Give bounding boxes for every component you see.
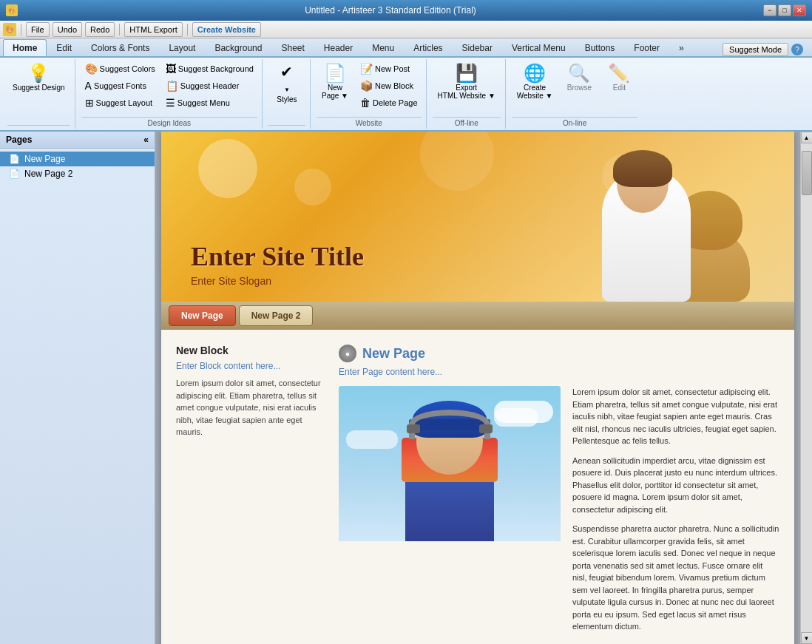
new-page-icon: 📄 xyxy=(324,64,346,82)
canvas: Enter Site Title Enter Site Slogan New P… xyxy=(161,132,794,644)
page-enter[interactable]: Enter Page content here... xyxy=(339,367,779,377)
delete-icon: 🗑 xyxy=(360,97,371,109)
pages-title: Pages xyxy=(6,135,32,145)
page-label-1: New Page xyxy=(24,154,65,164)
header-icon: 📋 xyxy=(166,80,178,92)
ribbon-group-website: 📄 NewPage ▼ 📝 New Post 📦 New Block 🗑 Del… xyxy=(312,59,427,129)
titlebar: 🎨 Untitled - Artisteer 3 Standard Editio… xyxy=(0,0,812,21)
tab-layout[interactable]: Layout xyxy=(159,39,205,56)
redo-button[interactable]: Redo xyxy=(85,22,115,37)
tab-more[interactable]: » xyxy=(669,39,694,56)
nav-new-page-2[interactable]: New Page 2 xyxy=(239,305,314,326)
new-post-button[interactable]: 📝 New Post xyxy=(356,61,422,77)
tab-buttons[interactable]: Buttons xyxy=(575,39,625,56)
app-logo: 🎨 xyxy=(3,23,16,36)
nav-new-page[interactable]: New Page xyxy=(169,305,236,326)
create-website-icon: 🌐 xyxy=(524,64,546,82)
tab-home[interactable]: Home xyxy=(3,39,47,56)
scroll-down-arrow[interactable]: ▼ xyxy=(801,632,813,644)
create-website-label: CreateWebsite ▼ xyxy=(517,84,553,100)
undo-button[interactable]: Undo xyxy=(53,22,82,37)
suggest-layout-button[interactable]: ⊞ Suggest Layout xyxy=(81,95,159,111)
suggest-menu-label: Suggest Menu xyxy=(177,98,230,107)
page-heading-icon: ● xyxy=(339,345,356,362)
page-heading-title[interactable]: New Page xyxy=(362,346,425,362)
browse-icon: 🔍 xyxy=(568,64,590,82)
design-ideas-label: Design Ideas xyxy=(81,117,257,127)
background-icon: 🖼 xyxy=(166,63,176,75)
tab-vertical-menu[interactable]: Vertical Menu xyxy=(502,39,575,56)
page-image xyxy=(339,386,561,541)
browse-label: Browse xyxy=(567,84,592,92)
browse-button[interactable]: 🔍 Browse xyxy=(561,61,598,95)
suggest-design-button[interactable]: 💡 Suggest Design xyxy=(7,61,70,95)
suggest-header-button[interactable]: 📋 Suggest Header xyxy=(162,78,257,94)
suggest-colors-button[interactable]: 🎨 Suggest Colors xyxy=(81,61,159,77)
collapse-icon[interactable]: « xyxy=(143,135,149,145)
tab-colors-fonts[interactable]: Colors & Fonts xyxy=(81,39,159,56)
styles-label: Styles xyxy=(277,95,297,104)
block-title[interactable]: New Block xyxy=(176,345,324,356)
scroll-up-arrow[interactable]: ▲ xyxy=(801,132,813,143)
file-button[interactable]: File xyxy=(26,22,50,37)
tab-sidebar[interactable]: Sidebar xyxy=(453,39,502,56)
create-website-button[interactable]: 🌐 CreateWebsite ▼ xyxy=(512,61,558,104)
tab-header[interactable]: Header xyxy=(314,39,362,56)
suggest-menu-button[interactable]: ☰ Suggest Menu xyxy=(162,95,257,111)
navbar: New Page New Page 2 xyxy=(161,302,794,330)
vertical-scrollbar[interactable]: ▲ ▼ xyxy=(800,132,812,644)
tab-footer[interactable]: Footer xyxy=(624,39,669,56)
close-button[interactable]: ✕ xyxy=(793,4,806,16)
page-icon-2: 📄 xyxy=(9,169,20,179)
site-title[interactable]: Enter Site Title xyxy=(191,241,364,272)
tab-edit[interactable]: Edit xyxy=(47,39,81,56)
colors-icon: 🎨 xyxy=(85,63,98,75)
canvas-area[interactable]: Enter Site Title Enter Site Slogan New P… xyxy=(155,132,812,644)
block-lorem: Lorem ipsum dolor sit amet, consectetur … xyxy=(176,377,324,438)
page-heading: ● New Page xyxy=(339,345,779,362)
new-block-label: New Block xyxy=(375,81,413,90)
layout-icon: ⊞ xyxy=(85,97,94,109)
page-item-new-page[interactable]: 📄 New Page xyxy=(0,152,155,166)
new-page-button[interactable]: 📄 NewPage ▼ xyxy=(317,61,353,104)
app-icon: 🎨 xyxy=(6,4,18,16)
tab-background[interactable]: Background xyxy=(205,39,271,56)
delete-page-button[interactable]: 🗑 Delete Page xyxy=(356,95,422,111)
suggest-mode-button[interactable]: Suggest Mode xyxy=(723,43,788,56)
new-page-label: NewPage ▼ xyxy=(322,84,348,100)
left-content-block: New Block Enter Block content here... Lo… xyxy=(176,345,324,640)
app-icons: 🎨 xyxy=(6,4,18,16)
maximize-button[interactable]: □ xyxy=(778,4,791,16)
minimize-button[interactable]: − xyxy=(763,4,777,16)
suggest-fonts-label: Suggest Fonts xyxy=(94,81,146,90)
ribbon-tabs: Home Edit Colors & Fonts Layout Backgrou… xyxy=(0,38,812,58)
suggest-background-label: Suggest Background xyxy=(178,64,254,73)
tab-menu[interactable]: Menu xyxy=(362,39,404,56)
create-website-quickbar-button[interactable]: Create Website xyxy=(192,22,261,37)
block-enter[interactable]: Enter Block content here... xyxy=(176,361,324,371)
styles-button[interactable]: ✔▼ Styles xyxy=(268,61,305,107)
tab-articles[interactable]: Articles xyxy=(404,39,452,56)
edit-button[interactable]: ✏️ Edit xyxy=(600,61,637,95)
suggest-colors-label: Suggest Colors xyxy=(100,64,155,73)
suggest-fonts-button[interactable]: A Suggest Fonts xyxy=(81,78,159,94)
help-icon[interactable]: ? xyxy=(791,44,803,55)
ribbon-group-design-ideas: 🎨 Suggest Colors A Suggest Fonts ⊞ Sugge… xyxy=(77,59,263,129)
lorem-para-2: Aenean sollicitudin imperdiet arcu, vita… xyxy=(572,455,779,516)
lightbulb-icon: 💡 xyxy=(27,64,50,82)
export-html-button[interactable]: 💾 ExportHTML Website ▼ xyxy=(433,61,501,104)
styles-icon: ✔▼ xyxy=(280,64,293,94)
html-export-button[interactable]: HTML Export xyxy=(124,22,182,37)
right-text: Lorem ipsum dolor sit amet, consectetur … xyxy=(572,386,779,640)
new-block-button[interactable]: 📦 New Block xyxy=(356,78,422,94)
music-girl xyxy=(339,386,561,541)
export-icon: 💾 xyxy=(456,64,478,82)
export-html-label: ExportHTML Website ▼ xyxy=(438,84,495,100)
scroll-thumb[interactable] xyxy=(802,151,812,195)
ribbon-group-styles: ✔▼ Styles xyxy=(264,59,311,129)
page-item-new-page-2[interactable]: 📄 New Page 2 xyxy=(0,166,155,181)
tab-sheet[interactable]: Sheet xyxy=(271,39,314,56)
scroll-track[interactable] xyxy=(801,143,812,632)
suggest-background-button[interactable]: 🖼 Suggest Background xyxy=(162,61,257,77)
site-slogan[interactable]: Enter Site Slogan xyxy=(191,275,364,287)
